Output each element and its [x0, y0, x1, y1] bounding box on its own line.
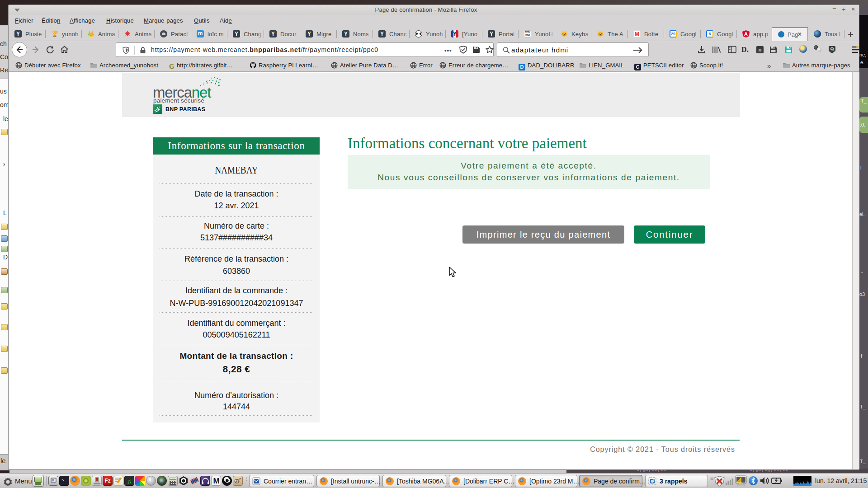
svg-text:æ: æ	[758, 47, 761, 52]
